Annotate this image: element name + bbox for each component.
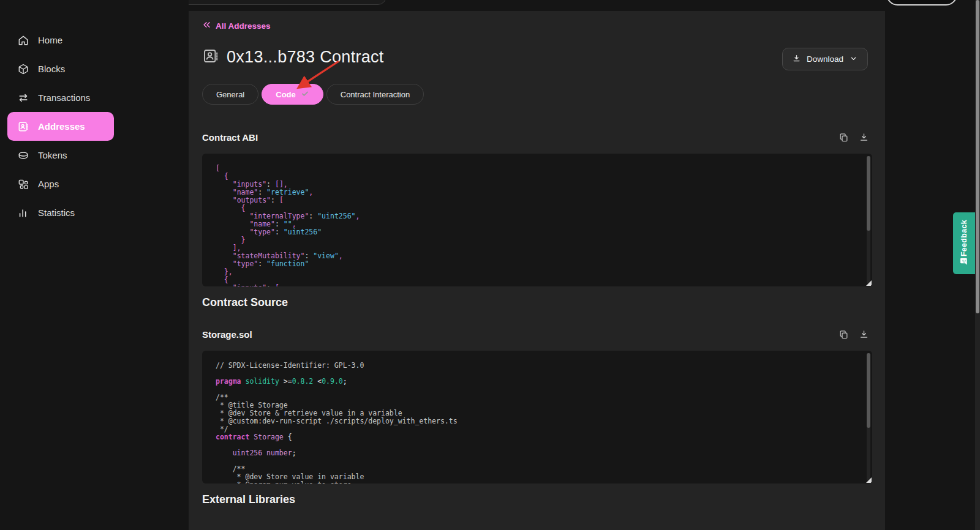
check-icon <box>301 89 309 100</box>
download-icon[interactable] <box>859 132 869 143</box>
source-code: // SPDX-License-Identifier: GPL-3.0 prag… <box>216 362 854 483</box>
sidebar-item-transactions[interactable]: Transactions <box>0 83 189 112</box>
abi-scrollbar-thumb[interactable] <box>867 156 870 231</box>
tab-label: Code <box>276 90 296 99</box>
download-icon <box>792 54 801 65</box>
copy-icon[interactable] <box>839 329 849 340</box>
abi-resize-grip[interactable] <box>866 280 872 286</box>
sidebar-item-label: Apps <box>38 179 59 189</box>
sidebar: HomeBlocksTransactionsAddressesTokensApp… <box>0 0 189 530</box>
abi-scrollbar-track <box>867 156 870 284</box>
sidebar-item-label: Tokens <box>38 150 67 160</box>
abi-actions <box>839 132 869 143</box>
code-line <box>216 386 854 394</box>
feedback-button[interactable]: Feedback <box>953 212 975 274</box>
breadcrumb-all-addresses[interactable]: All Addresses <box>202 20 271 31</box>
code-line: contract Storage { <box>216 433 854 441</box>
code-line: { <box>216 173 854 181</box>
transactions-icon <box>17 92 29 104</box>
statistics-icon <box>17 207 29 219</box>
main-panel: All Addresses 0x13...b783 Contract Downl… <box>189 11 885 530</box>
code-line: /** <box>216 394 854 401</box>
contact-card-icon <box>202 48 219 67</box>
download-button[interactable]: Download <box>782 48 868 70</box>
breadcrumb-label: All Addresses <box>216 21 271 31</box>
sidebar-item-addresses[interactable]: Addresses <box>7 112 114 141</box>
tab-general[interactable]: General <box>202 84 258 105</box>
abi-code: [ { "inputs": [], "name": "retrieve", "o… <box>216 165 854 286</box>
code-line: pragma solidity >=0.8.2 <0.9.0; <box>216 378 854 386</box>
code-line: "stateMutability": "view", <box>216 252 854 260</box>
code-line: "inputs": [ <box>216 284 854 286</box>
feedback-bubble-icon <box>959 256 969 269</box>
sidebar-item-blocks[interactable]: Blocks <box>0 54 189 83</box>
source-scrollbar-thumb[interactable] <box>867 353 870 428</box>
sidebar-item-label: Addresses <box>38 121 85 132</box>
tab-contract-interaction[interactable]: Contract Interaction <box>326 84 424 105</box>
contract-source-heading: Contract Source <box>202 296 288 309</box>
download-icon[interactable] <box>859 329 869 340</box>
home-icon <box>17 34 29 47</box>
page-scrollbar-track <box>975 0 980 530</box>
sidebar-item-label: Transactions <box>38 92 90 103</box>
sidebar-item-statistics[interactable]: Statistics <box>0 198 189 227</box>
tab-label: Contract Interaction <box>341 90 410 99</box>
tokens-icon <box>17 149 29 162</box>
code-line: * @param num value to store <box>216 481 854 483</box>
code-line <box>216 441 854 449</box>
code-line: uint256 number; <box>216 449 854 457</box>
storage-sol-code-block[interactable]: // SPDX-License-Identifier: GPL-3.0 prag… <box>202 351 872 483</box>
download-label: Download <box>807 54 843 64</box>
addresses-icon <box>17 121 29 133</box>
sidebar-item-label: Blocks <box>38 64 65 74</box>
tab-label: General <box>216 90 244 99</box>
chevron-down-icon <box>849 54 858 65</box>
double-chevron-left-icon <box>202 20 211 31</box>
code-line: "outputs": [ <box>216 196 854 204</box>
code-line: "type": "function" <box>216 260 854 268</box>
sidebar-item-label: Home <box>38 35 62 45</box>
page-scrollbar-thumb[interactable] <box>976 0 979 313</box>
code-line: { <box>216 276 854 284</box>
code-line: [ <box>216 165 854 173</box>
code-line: } <box>216 236 854 244</box>
sidebar-item-label: Statistics <box>38 207 75 218</box>
code-line: }, <box>216 268 854 276</box>
tab-code[interactable]: Code <box>262 84 323 105</box>
apps-icon <box>17 178 29 190</box>
sidebar-item-tokens[interactable]: Tokens <box>0 141 189 170</box>
storage-sol-title: Storage.sol <box>202 329 252 340</box>
copy-icon[interactable] <box>839 132 849 143</box>
page-title: 0x13...b783 Contract <box>227 48 384 67</box>
code-line: "name": "retrieve", <box>216 188 854 196</box>
blocks-icon <box>17 63 29 75</box>
tab-bar: GeneralCodeContract Interaction <box>202 84 424 105</box>
code-line: * @custom:dev-run-script ./scripts/deplo… <box>216 417 854 425</box>
code-line: */ <box>216 425 854 433</box>
top-right-button[interactable] <box>886 0 957 6</box>
feedback-label: Feedback <box>960 220 968 256</box>
source-scrollbar-track <box>867 353 870 481</box>
sidebar-nav: HomeBlocksTransactionsAddressesTokensApp… <box>0 26 189 227</box>
code-line <box>216 457 854 465</box>
sidebar-item-home[interactable]: Home <box>0 26 189 54</box>
code-line: "type": "uint256" <box>216 228 854 236</box>
code-line: // SPDX-License-Identifier: GPL-3.0 <box>216 362 854 370</box>
external-libraries-heading: External Libraries <box>202 493 295 506</box>
title-row: 0x13...b783 Contract <box>202 48 384 67</box>
code-line: "internalType": "uint256", <box>216 212 854 220</box>
contract-abi-code-block[interactable]: [ { "inputs": [], "name": "retrieve", "o… <box>202 154 872 286</box>
source-actions <box>839 329 869 340</box>
sidebar-item-apps[interactable]: Apps <box>0 170 189 198</box>
contract-abi-title: Contract ABI <box>202 132 258 143</box>
source-resize-grip[interactable] <box>866 477 872 483</box>
